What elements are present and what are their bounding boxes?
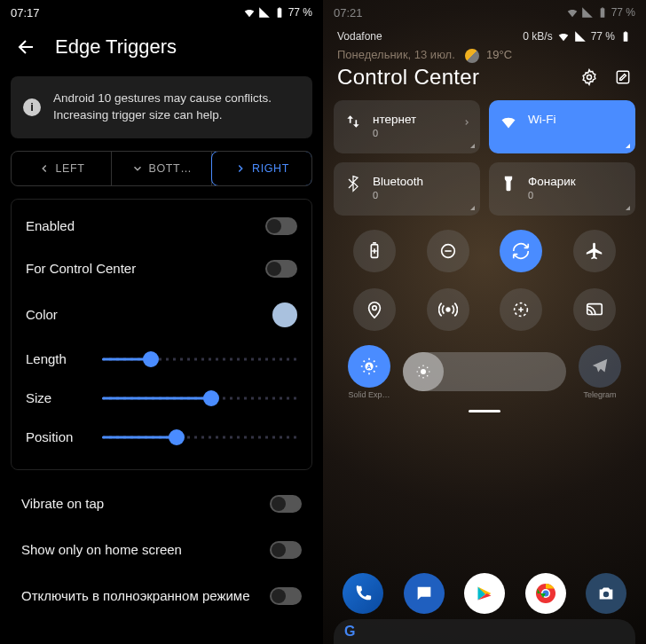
chevron-right-icon [462, 116, 471, 129]
row-color[interactable]: Color [26, 290, 297, 340]
position-label: Position [26, 429, 90, 444]
cast-button[interactable] [573, 288, 616, 331]
vibrate-label: Vibrate on tap [21, 496, 104, 511]
rotate-button[interactable] [500, 230, 542, 272]
tile-label: Wi-Fi [528, 113, 555, 126]
tile-flashlight[interactable]: Фонарик0 [489, 162, 635, 216]
color-chip[interactable] [272, 302, 297, 327]
add-target-button[interactable] [500, 288, 542, 331]
size-slider[interactable] [102, 389, 297, 407]
back-icon[interactable] [16, 36, 37, 58]
round-buttons-grid [323, 216, 646, 338]
signal-icon [258, 6, 271, 19]
playstore-app[interactable] [464, 573, 505, 614]
clock: 07:17 [11, 6, 40, 20]
length-label: Length [26, 351, 90, 366]
bluetooth-icon [344, 175, 362, 192]
position-slider[interactable] [102, 428, 297, 446]
carrier-name: Vodafone [337, 30, 382, 43]
tab-right-label: RIGHT [252, 162, 289, 175]
status-bar: 07:17 77 % [0, 0, 323, 21]
messages-app[interactable] [404, 573, 445, 614]
fullscreen-label: Отключить в полноэкранном режиме [21, 587, 250, 605]
tab-bottom[interactable]: BOTT… [112, 152, 212, 185]
home-switch[interactable] [270, 541, 302, 559]
brightness-slider[interactable] [403, 352, 566, 391]
battery-icon [619, 30, 632, 43]
battery-pct: 77 % [288, 6, 312, 19]
battery-icon [596, 6, 609, 19]
page-title: Edge Triggers [55, 35, 177, 59]
clock: 07:21 [334, 6, 363, 20]
auto-brightness-button[interactable]: A [348, 345, 390, 388]
length-slider[interactable] [102, 350, 297, 368]
row-control-center[interactable]: For Control Center [26, 247, 297, 290]
svg-point-14 [603, 592, 609, 597]
cc-header: Control Center [323, 65, 646, 100]
svg-point-5 [446, 308, 450, 311]
brightness-row: A Solid Exp… Telegram [323, 338, 646, 404]
brightness-icon [415, 364, 431, 380]
tile-label: Bluetooth [373, 175, 423, 188]
row-enabled[interactable]: Enabled [26, 205, 297, 247]
vibrate-switch[interactable] [270, 495, 302, 513]
tile-label: нтернет [373, 113, 416, 126]
trigger-settings-panel: Enabled For Control Center Color Length … [11, 199, 312, 470]
signal-icon [574, 30, 587, 43]
weather-icon [465, 49, 479, 63]
tile-bluetooth[interactable]: Bluetooth0 [334, 162, 480, 216]
tab-bottom-label: BOTT… [149, 162, 193, 175]
dnd-button[interactable] [427, 230, 469, 272]
hotspot-button[interactable] [427, 288, 469, 331]
tile-internet[interactable]: нтернет0 [334, 100, 480, 153]
row-home-only[interactable]: Show only on home screen [0, 527, 323, 573]
svg-text:A: A [366, 362, 372, 370]
edit-icon[interactable] [614, 68, 632, 86]
battery-pct: 77 % [611, 6, 635, 19]
flashlight-icon [500, 175, 517, 192]
camera-app[interactable] [586, 573, 626, 614]
google-search[interactable]: G [334, 619, 635, 644]
enabled-label: Enabled [26, 218, 75, 233]
date-text: Понедельник, 13 июл. [337, 48, 455, 61]
status-icons: 77 % [243, 6, 312, 19]
enabled-switch[interactable] [265, 217, 297, 235]
chrome-app[interactable] [525, 573, 566, 614]
airplane-button[interactable] [573, 230, 616, 272]
row-length: Length [26, 340, 297, 379]
app-label-telegram: Telegram [579, 390, 621, 399]
telegram-shortcut[interactable] [579, 345, 621, 388]
tab-right[interactable]: RIGHT [211, 151, 312, 186]
edge-triggers-screen: 07:17 77 % Edge Triggers i Android 10 ge… [0, 0, 323, 644]
tile-label: Фонарик [528, 175, 576, 188]
status-icons: 77 % [566, 6, 635, 19]
drag-handle[interactable] [469, 410, 500, 412]
carrier-row: Vodafone 0 kB/s 77 % [323, 21, 646, 48]
wifi-icon [566, 6, 579, 19]
battery-pct: 77 % [591, 30, 615, 43]
cc-switch[interactable] [265, 260, 297, 278]
chevron-right-icon [234, 162, 247, 175]
location-button[interactable] [353, 288, 396, 331]
temperature: 19°C [486, 48, 512, 61]
row-vibrate[interactable]: Vibrate on tap [0, 481, 323, 527]
home-label: Show only on home screen [21, 542, 182, 557]
wifi-icon [500, 113, 517, 130]
color-label: Color [26, 307, 58, 322]
tile-wifi[interactable]: Wi-Fi [489, 100, 635, 153]
phone-app[interactable] [343, 573, 383, 614]
wifi-icon [557, 30, 570, 43]
row-fullscreen[interactable]: Отключить в полноэкранном режиме [0, 573, 323, 619]
app-label-solid: Solid Exp… [348, 390, 390, 399]
tile-sub: 0 [373, 190, 423, 200]
chevron-down-icon [131, 162, 144, 175]
app-bar: Edge Triggers [0, 21, 323, 76]
svg-rect-1 [617, 71, 628, 82]
info-icon: i [23, 98, 41, 116]
net-speed: 0 kB/s [523, 30, 552, 43]
status-bar: 07:21 77 % [323, 0, 646, 21]
battery-saver-button[interactable] [353, 230, 396, 272]
tab-left[interactable]: LEFT [12, 152, 112, 185]
gear-icon[interactable] [580, 68, 598, 86]
fullscreen-switch[interactable] [270, 587, 302, 605]
